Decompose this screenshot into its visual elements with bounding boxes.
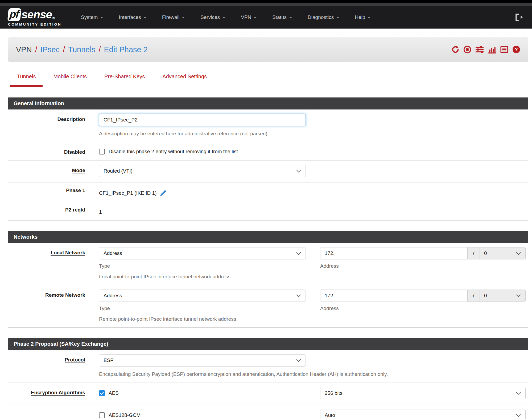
- aes128gcm-checkbox-label: AES128-GCM: [109, 412, 141, 418]
- disabled-checkbox-label: Disable this phase 2 entry without remov…: [109, 149, 239, 154]
- mode-select-value: Routed (VTI): [104, 168, 297, 174]
- protocol-label: Protocol: [8, 354, 99, 377]
- nav-item-interfaces[interactable]: Interfaces: [111, 14, 154, 20]
- mode-select[interactable]: Routed (VTI): [99, 165, 306, 177]
- breadcrumb-link-tunnels[interactable]: Tunnels: [68, 45, 95, 54]
- disabled-checkbox[interactable]: [99, 149, 105, 154]
- row-disabled: Disabled Disable this phase 2 entry with…: [8, 142, 528, 161]
- row-phase1: Phase 1 CF1_IPsec_P1 (IKE ID 1): [8, 183, 528, 202]
- local-network-prefix-select[interactable]: 0: [480, 247, 526, 259]
- row-encryption-aes: Encryption Algorithms AES 256 b: [8, 383, 528, 405]
- local-network-help: Local point-to-point IPsec interface tun…: [99, 274, 526, 280]
- breadcrumb-bar: VPN / IPsec / Tunnels / Edit Phase 2: [8, 37, 528, 62]
- top-navbar: pf sense ® COMMUNITY EDITION System Inte…: [0, 6, 532, 29]
- section-title: General Information: [8, 97, 528, 109]
- p2reqid-label: P2 reqid: [8, 206, 99, 215]
- aes128gcm-checkbox[interactable]: [99, 412, 105, 418]
- breadcrumb-link-ipsec[interactable]: IPsec: [40, 45, 60, 54]
- nav-item-help[interactable]: Help: [347, 14, 378, 20]
- nav-item-status[interactable]: Status: [265, 14, 300, 20]
- sliders-icon: [475, 46, 484, 54]
- tab-pre-shared-keys[interactable]: Pre-Shared Keys: [97, 74, 152, 87]
- panel-phase2-proposal: Phase 2 Proposal (SA/Key Exchange) Proto…: [8, 338, 528, 419]
- caret-down-icon: [336, 17, 339, 18]
- nav-item-diagnostics[interactable]: Diagnostics: [300, 14, 347, 20]
- chevron-down-icon: [296, 250, 301, 255]
- address-caption: Address: [320, 306, 526, 311]
- pencil-icon: [160, 190, 167, 197]
- caret-down-icon: [182, 17, 185, 18]
- aes128gcm-bits-value: Auto: [325, 412, 517, 418]
- aes-checkbox[interactable]: [99, 390, 105, 396]
- remote-network-address-input[interactable]: [320, 290, 468, 302]
- protocol-select-value: ESP: [104, 357, 297, 363]
- refresh-icon: [451, 46, 459, 54]
- caret-down-icon: [254, 17, 257, 18]
- description-input[interactable]: [99, 114, 306, 126]
- logo-pf-mark: pf: [7, 8, 21, 21]
- description-help: A description may be entered here for ad…: [99, 131, 524, 137]
- row-p2reqid: P2 reqid 1: [8, 202, 528, 220]
- tab-bar: Tunnels Mobile Clients Pre-Shared Keys A…: [10, 74, 532, 87]
- caret-down-icon: [289, 17, 292, 18]
- nav-item-firewall[interactable]: Firewall: [154, 14, 193, 20]
- remote-network-prefix-value: 0: [484, 293, 517, 299]
- nav-label: Services: [200, 14, 220, 20]
- protocol-select[interactable]: ESP: [99, 354, 306, 367]
- chevron-down-icon: [296, 293, 301, 297]
- caret-down-icon: [222, 17, 225, 18]
- aes-bits-value: 256 bits: [325, 390, 517, 396]
- local-network-address-input[interactable]: [320, 247, 468, 259]
- svg-text:?: ?: [515, 47, 518, 52]
- help-button[interactable]: ?: [512, 46, 520, 54]
- refresh-button[interactable]: [451, 46, 459, 54]
- phase1-label: Phase 1: [8, 187, 99, 197]
- slash-separator: /: [468, 247, 480, 259]
- remote-network-label: Remote Network: [8, 290, 99, 322]
- stop-button[interactable]: [463, 46, 471, 54]
- window-title-strip: [0, 3, 532, 6]
- aes128gcm-bits-select[interactable]: Auto: [320, 409, 526, 419]
- stop-circle-icon: [463, 46, 471, 54]
- remote-network-prefix-select[interactable]: 0: [480, 290, 526, 302]
- nav-label: System: [81, 14, 98, 20]
- type-caption: Type: [99, 263, 306, 269]
- log-button[interactable]: [500, 46, 508, 54]
- status-graph-button[interactable]: [488, 46, 496, 54]
- breadcrumb-separator: /: [63, 45, 65, 54]
- aes-bits-select[interactable]: 256 bits: [320, 387, 526, 399]
- pfsense-logo[interactable]: pf sense ® COMMUNITY EDITION: [8, 8, 61, 26]
- list-log-icon: [500, 46, 508, 54]
- edit-phase1-button[interactable]: [160, 190, 167, 197]
- remote-network-type-value: Address: [104, 293, 297, 299]
- tab-advanced-settings[interactable]: Advanced Settings: [155, 74, 214, 87]
- remote-network-type-select[interactable]: Address: [99, 290, 306, 302]
- tab-tunnels[interactable]: Tunnels: [10, 74, 43, 87]
- chevron-down-icon: [296, 168, 301, 173]
- sign-out-icon: [515, 13, 523, 21]
- mode-label: Mode: [8, 165, 99, 177]
- filter-button[interactable]: [475, 46, 484, 54]
- logo-sense-text: sense: [22, 8, 52, 21]
- nav-item-system[interactable]: System: [73, 14, 111, 20]
- local-network-type-select[interactable]: Address: [99, 247, 306, 259]
- chevron-down-icon: [516, 412, 521, 417]
- encryption-algorithms-label: Encryption Algorithms: [8, 387, 99, 399]
- row-encryption-aes128gcm: AES128-GCM Auto: [8, 405, 528, 419]
- nav-item-services[interactable]: Services: [193, 14, 233, 20]
- logo-subtitle: COMMUNITY EDITION: [8, 22, 61, 26]
- bar-chart-icon: [488, 46, 496, 54]
- nav-item-vpn[interactable]: VPN: [233, 14, 265, 20]
- panel-networks: Networks Local Network Address Type /: [8, 231, 528, 328]
- nav-label: VPN: [241, 14, 251, 20]
- nav-menu: System Interfaces Firewall Services VPN …: [73, 14, 378, 20]
- chevron-down-icon: [516, 390, 521, 395]
- logout-button[interactable]: [515, 13, 523, 21]
- breadcrumb-link-edit-phase2[interactable]: Edit Phase 2: [104, 45, 147, 54]
- check-icon: [100, 391, 104, 395]
- panel-general-information: General Information Description A descri…: [8, 97, 528, 221]
- nav-label: Status: [272, 14, 287, 20]
- protocol-help: Encapsulating Security Payload (ESP) per…: [99, 371, 524, 377]
- row-description: Description A description may be entered…: [8, 109, 528, 142]
- tab-mobile-clients[interactable]: Mobile Clients: [46, 74, 94, 87]
